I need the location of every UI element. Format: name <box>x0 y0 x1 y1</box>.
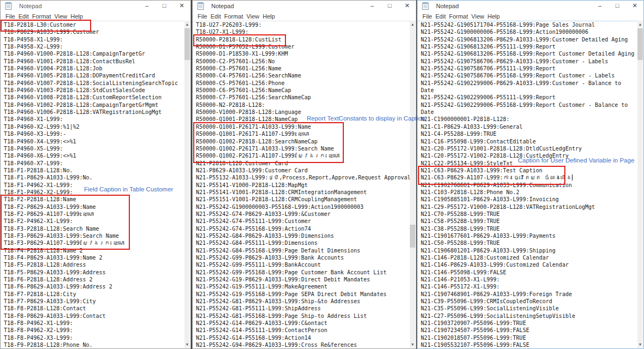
text-line: T18-F4-P8629-A1033-L999:Name 2 <box>4 254 184 261</box>
text-line: N21-C146-P55172-X1-L999: <box>421 283 637 290</box>
text-line: N21-P55242-G81-P55111-L999:ShipAddress <box>196 305 410 312</box>
text-line: N21-C63-P8629-A1107-L999:ការធ្វើតេស្ត ចំ… <box>421 174 637 181</box>
text-line: N21-P55242-G19-P55111-L999:MakeAgreement <box>196 283 410 290</box>
maximize-button[interactable]: □ <box>381 1 398 11</box>
text-line: T18-P4960-X7-L999: <box>4 160 184 167</box>
text-line: N21-P55242-G1900000006-P55168-L999:Actio… <box>421 28 637 35</box>
text-line: N21-C1906801201-P8629-A1033-L999:Shippin… <box>421 247 637 254</box>
menu-help[interactable]: Help <box>487 13 500 20</box>
titlebar[interactable]: Notepad – □ ✕ <box>1 1 190 11</box>
text-area[interactable]: T18-P2818-L30:CustomerT18-P8629-A1033-L9… <box>1 21 184 348</box>
menu-format[interactable]: Format <box>224 13 243 20</box>
notepad-window-left: Notepad – □ ✕ File Edit Format View Help… <box>0 0 191 349</box>
text-line: N21-C1907468901-P8629-A1033-L999:Foreign… <box>421 291 637 298</box>
scroll-thumb[interactable] <box>184 28 190 60</box>
text-line: T18-F9-P2818-L128:Phone No. <box>4 341 184 348</box>
menubar: File Edit Format View Help <box>418 11 643 21</box>
text-line: N21-P55141-V1001-P2818-L128:CRMIntegrati… <box>196 189 410 196</box>
text-line: T18-F2-P8629-A1033-L999:Name <box>4 203 184 210</box>
text-line: N21-P55242-G14-P55168-L999:Action14 <box>196 334 410 341</box>
menu-format[interactable]: Format <box>449 13 468 20</box>
menu-edit[interactable]: Edit <box>211 13 221 20</box>
menu-format[interactable]: Format <box>32 13 51 20</box>
text-line: N21-P55242-G14-P8629-A1033-L999:C&ontact <box>196 320 410 327</box>
text-line: N21-P55242-G1907586706-P55168-L999:Repor… <box>421 72 637 79</box>
titlebar[interactable]: Notepad – □ ✕ <box>193 1 416 11</box>
menu-edit[interactable]: Edit <box>436 13 446 20</box>
scroll-up-arrow[interactable]: ▲ <box>637 21 643 28</box>
maximize-button[interactable]: □ <box>609 1 626 11</box>
scroll-thumb[interactable] <box>637 28 643 60</box>
scroll-down-arrow[interactable]: ▼ <box>410 341 415 348</box>
vertical-scrollbar[interactable]: ▲ ▼ <box>184 21 190 348</box>
text-line: N21-C27-P55096-L999:SocialListeningSetup… <box>421 312 637 320</box>
text-line: N21-P55242-G1906813206-P8629-A1033-L999:… <box>421 36 637 43</box>
text-line: T18-P4960-V1005-P2818-L128:DOPaymentCred… <box>4 72 184 79</box>
scroll-up-arrow[interactable]: ▲ <box>410 21 415 28</box>
text-area[interactable]: N21-P55242-G1905171704-P55168-L999:Page … <box>418 21 637 348</box>
text-line: T18-F3-P8629-A1107-L999:ស្វែងរក ឈ្មោះ <box>4 239 184 246</box>
text-line: T18-P4960-V1008-P2818-L128:CustomReportS… <box>4 94 184 101</box>
scroll-down-arrow[interactable]: ▼ <box>637 341 643 348</box>
text-line: N21-C1902018507-P55096-L999:TRUE <box>421 334 637 341</box>
menu-file[interactable]: File <box>422 13 432 20</box>
text-line: T18-P4958-X1-L999: <box>4 36 184 43</box>
scroll-up-arrow[interactable]: ▲ <box>184 21 190 28</box>
minimize-button[interactable]: – <box>363 1 381 11</box>
menu-view[interactable]: View <box>247 13 260 20</box>
menu-help[interactable]: Help <box>263 13 275 20</box>
text-line: T18-F8-P4962-X3-L999: <box>4 334 184 341</box>
text-line: T18-F1-P8629-A1033-L999:No. <box>4 174 184 181</box>
window-title: Notepad <box>19 3 42 9</box>
text-line: N21-P55242-G1907586706-P55111-L999:Repor… <box>421 65 637 72</box>
desktop: { "menu": ["File", "Edit", "Format", "Vi… <box>0 0 644 349</box>
text-line: N21-C1-P8629-A1033-L999:General <box>421 123 637 130</box>
text-line: T18-F2-P2818-L128:Name <box>4 196 184 203</box>
scroll-thumb[interactable] <box>410 225 415 248</box>
text-line: T18-P4958-X2-L999: <box>4 43 184 50</box>
text-line: N21-P55242-G1902299006-P55168-L999:Repor… <box>421 101 637 109</box>
text-line: N21-C50-P55288-L999:TRUE <box>421 239 637 246</box>
menu-file[interactable]: File <box>198 13 207 20</box>
close-button[interactable]: ✕ <box>173 1 190 11</box>
text-line: T18-F2-P4962-X1-L999: <box>4 218 184 225</box>
text-line: N21-P55242-G81-P55168-L999:Page Ship-to … <box>196 312 410 320</box>
text-line: N21-P55132-A1033-L999:ថ្មី,Process,Repor… <box>196 174 410 181</box>
vertical-scrollbar[interactable]: ▲ ▼ <box>410 21 415 348</box>
text-area[interactable]: T18-U27-P26203-L999:T18-U27-X1-L999:R500… <box>193 21 410 348</box>
minimize-button[interactable]: – <box>591 1 609 11</box>
text-line: N21-P55242-G74-P55168-L999:Action74 <box>196 225 410 232</box>
text-line: R50000-D1-P18530-X1-L999:KHM <box>196 50 410 57</box>
text-line: Date <box>421 87 637 94</box>
text-line: T18-F2-P8629-A1107-L999:ឈ្មោះ <box>4 210 184 218</box>
minimize-button[interactable]: – <box>138 1 156 11</box>
text-line: N21-C63-P8629-A1033-L999:Test Caption <box>421 167 637 174</box>
text-line: R50000-Q1002-P2818-L128:SearchNameCap <box>196 138 410 145</box>
text-line: N21-C58-P55288-L999:TRUE <box>421 218 637 225</box>
notepad-window-right: Notepad – □ ✕ File Edit Format View Help… <box>417 0 644 349</box>
maximize-button[interactable]: □ <box>156 1 173 11</box>
window-title: Notepad <box>436 3 459 9</box>
window-controls: – □ ✕ <box>363 1 416 11</box>
text-line: T18-P4960-V1000-P2818-L128:CampaignTarge… <box>4 50 184 57</box>
text-line: T18-U27-X1-L999: <box>196 28 410 35</box>
menu-help[interactable]: Help <box>70 13 83 20</box>
text-line: R50000-Q1002-P26171-A1107-L999:ស្វែងរក ឈ… <box>196 152 410 159</box>
close-button[interactable]: ✕ <box>626 1 643 11</box>
text-line: T18-F6-P2818-L128:Address 2 <box>4 276 184 283</box>
text-line: R50000-C4-P57601-L256:SearchName <box>196 72 410 79</box>
window-controls: – □ ✕ <box>138 1 190 11</box>
menu-file[interactable]: File <box>5 13 15 20</box>
text-line: R50000-D1-P57652-L999:Customer <box>196 43 410 50</box>
menu-edit[interactable]: Edit <box>19 13 29 20</box>
scroll-down-arrow[interactable]: ▼ <box>184 341 190 348</box>
titlebar[interactable]: Notepad – □ ✕ <box>418 1 643 11</box>
menu-view[interactable]: View <box>472 13 485 20</box>
text-line: N21-P55141-V1000-P2818-L128:MapMgt <box>196 182 410 189</box>
vertical-scrollbar[interactable]: ▲ ▼ <box>637 21 643 348</box>
text-line: N21-C70-P55288-L999:TRUE <box>421 210 637 218</box>
close-button[interactable]: ✕ <box>398 1 416 11</box>
text-line: N21-C1907234507-P55096-L999:FALSE <box>421 327 637 334</box>
menu-view[interactable]: View <box>55 13 68 20</box>
annotation-callout: Report TextConstants to display in Capti… <box>307 115 425 122</box>
